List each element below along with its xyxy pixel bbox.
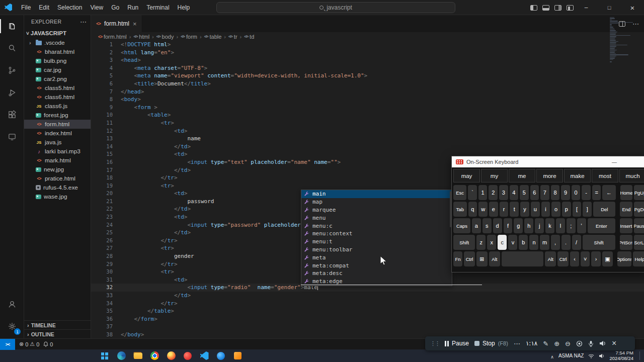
notifications-indicator[interactable]: 0 [43,341,53,347]
manage-settings-button[interactable]: 1 [0,315,24,337]
osk-key-caps[interactable]: Caps [453,218,470,233]
osk-key-k[interactable]: k [545,218,554,233]
osk-word-most[interactable]: most [592,169,618,183]
file-item--vscode[interactable]: ›.vscode [24,38,91,47]
file-explorer-icon[interactable] [132,350,144,362]
osk-key--[interactable]: ˅ [581,251,590,266]
osk-key-z[interactable]: z [476,235,486,250]
section-outline[interactable]: OUTLINE [24,329,91,338]
sidebar-item-source-control[interactable] [0,59,24,81]
osk-key-p[interactable]: p [562,202,571,217]
firefox-icon[interactable] [165,350,177,362]
suggestion-map[interactable]: map [301,198,452,206]
pencil-annotate-icon[interactable]: ✎ [543,340,548,347]
osk-key-m[interactable]: m [540,235,549,250]
tray-speaker-icon[interactable] [599,351,605,360]
osk-key--[interactable]: . [561,235,571,250]
layout-panel-icon[interactable] [542,5,549,11]
sidebar-item-explorer[interactable] [0,15,24,37]
osk-key-ctrl[interactable]: Ctrl [557,251,569,266]
osk-key-9[interactable]: 9 [561,185,570,200]
osk-key-alt[interactable]: Alt [545,251,556,266]
webcam-icon[interactable] [576,340,583,347]
window-maximize-button[interactable] [598,0,621,15]
code-line-6[interactable]: 6 <title>Document</title> [91,80,644,88]
code-line-2[interactable]: 2<html lang="en"> [91,49,644,57]
menu-run[interactable]: Run [123,0,142,15]
osk-key-shift[interactable]: Shift [583,235,615,250]
osk-key-help[interactable]: Help [633,251,644,266]
pause-button[interactable]: Pause [445,340,469,347]
osk-key-b[interactable]: b [519,235,528,250]
osk-key-space[interactable] [502,251,544,266]
menu-selection[interactable]: Selection [53,0,86,15]
osk-key-end[interactable]: End [620,202,632,217]
osk-key-1[interactable]: 1 [478,185,488,200]
breadcrumb-item-form[interactable]: </>form [180,34,198,40]
file-item-car2-png[interactable]: car2.png [24,74,91,83]
app-blue-icon[interactable] [215,350,227,362]
osk-key-prtscn[interactable]: PrtScn [620,235,632,250]
edge-icon[interactable] [115,350,127,362]
osk-key-2[interactable]: 2 [489,185,498,200]
osk-key-v[interactable]: v [508,235,517,250]
osk-key-pgdn[interactable]: PgDn [634,202,644,217]
osk-key-home[interactable]: Home [620,185,633,200]
tray-chevron-up-icon[interactable] [550,351,554,360]
taskbar-clock[interactable]: 7:54 PM 2024/08/24 [609,350,633,361]
osk-key-3[interactable]: 3 [499,185,508,200]
code-line-11[interactable]: 11 <tr> [91,119,644,127]
app-red-icon[interactable] [182,350,194,362]
menu-help[interactable]: Help [174,0,194,15]
speaker-icon[interactable] [599,340,606,346]
osk-key-tab[interactable]: Tab [453,202,467,217]
code-line-8[interactable]: 8<body> [91,96,644,104]
file-item-java-js[interactable]: JSjava.js [24,138,91,147]
file-item-new-jpg[interactable]: new.jpg [24,165,91,174]
sidebar-item-extensions[interactable] [0,104,24,126]
osk-key-a[interactable]: a [472,218,481,233]
code-line-4[interactable]: 4 <meta charset="UTF-8"> [91,64,644,72]
accounts-button[interactable] [0,293,24,315]
suggestion-menu-toolbar[interactable]: menu:toolbar [301,246,452,254]
osk-key--[interactable]: ; [567,218,576,233]
file-item-forest-jpg[interactable]: forest.jpg [24,111,91,120]
remote-indicator[interactable]: >< [0,339,15,350]
breadcrumb-item-table[interactable]: </>table [203,34,223,40]
osk-key-e[interactable]: e [489,202,498,217]
osk-key-y[interactable]: y [520,202,529,217]
osk-key-pause[interactable]: Pause [634,218,644,233]
more-options-icon[interactable]: ⋯ [514,340,520,347]
minimap[interactable] [610,17,638,62]
osk-key--[interactable]: ← [602,185,615,200]
layout-sidebar-left-icon[interactable] [530,5,537,11]
menu-edit[interactable]: Edit [35,0,53,15]
breadcrumb-item-form.html[interactable]: <>form.html [97,34,128,40]
layout-customize-icon[interactable] [567,5,574,11]
file-item-wase-jpg[interactable]: wase.jpg [24,192,91,201]
osk-key--[interactable]: ‹ [570,251,579,266]
suggestion-main[interactable]: main [301,190,452,198]
osk-word-more[interactable]: more [536,169,563,183]
file-item-index-html[interactable]: <>index.html [24,129,91,138]
code-line-36[interactable]: 36 </form> [91,315,644,323]
osk-key--[interactable]: ] [583,202,592,217]
osk-key-u[interactable]: u [531,202,540,217]
suggestion-marquee[interactable]: marquee [301,206,452,214]
code-line-1[interactable]: 1<!DOCTYPE html> [91,41,644,49]
suggestion-menu-c[interactable]: menu:c [301,222,452,230]
file-item-car-jpg[interactable]: car.jpg [24,65,91,74]
osk-key--[interactable]: › [591,251,600,266]
osk-key-x[interactable]: x [487,235,496,250]
osk-key--[interactable]: - [582,185,591,200]
code-line-35[interactable]: 35 </table> [91,307,644,315]
osk-key-r[interactable]: r [500,202,509,217]
stop-button[interactable]: Stop (F8) [474,340,508,347]
osk-key-ctrl[interactable]: Ctrl [464,251,475,266]
file-item-pratice-html[interactable]: <>pratice.html [24,174,91,183]
suggestion-meta-desc[interactable]: meta:desc [301,269,452,278]
tray-wifi-icon[interactable] [588,351,594,360]
file-item-class6-js[interactable]: JSclass6.js [24,102,91,111]
breadcrumb-item-html[interactable]: </>html [132,34,150,40]
sidebar-item-search[interactable] [0,37,24,59]
